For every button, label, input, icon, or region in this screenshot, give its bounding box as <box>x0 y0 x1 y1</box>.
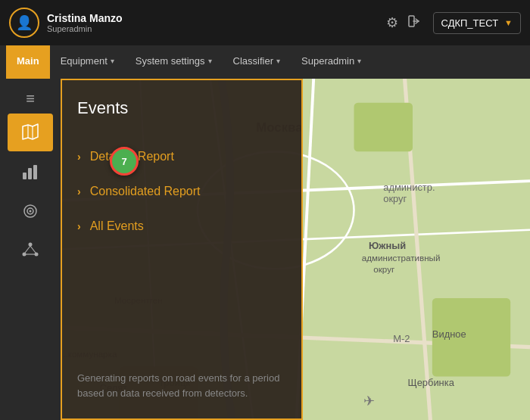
svg-text:округ: округ <box>383 194 407 205</box>
nav-arrow-equipment: ▾ <box>111 57 114 65</box>
sidebar-item-chart[interactable] <box>8 153 53 191</box>
svg-point-10 <box>29 243 33 247</box>
svg-rect-4 <box>23 173 26 179</box>
menu-label-all-events: All Events <box>90 219 144 233</box>
nav-label-superadmin: Superadmin <box>301 55 354 67</box>
svg-point-11 <box>23 253 26 257</box>
chevron-icon-consolidated: › <box>77 185 81 198</box>
nav-label-system-settings: System settings <box>136 55 205 67</box>
environment-selector[interactable]: СДКП_ТЕСТ ▼ <box>433 12 521 34</box>
svg-point-12 <box>35 253 39 257</box>
selector-arrow: ▼ <box>504 18 513 27</box>
avatar-icon: 👤 <box>16 14 33 31</box>
nav-item-superadmin[interactable]: Superadmin ▾ <box>291 45 372 79</box>
svg-line-14 <box>30 246 36 253</box>
map-cluster-marker[interactable]: 7 <box>110 147 139 176</box>
menu-item-consolidated-report[interactable]: › Consolidated Report <box>77 174 286 209</box>
sidebar-item-map[interactable] <box>8 114 53 151</box>
nav-item-classifier[interactable]: Classifier ▾ <box>223 45 291 79</box>
svg-text:административный: административный <box>362 253 441 263</box>
user-info: Cristina Manzo Superadmin <box>47 12 123 33</box>
events-panel-title: Events <box>77 98 286 118</box>
sidebar-hamburger[interactable]: ≡ <box>8 85 53 112</box>
selector-label: СДКП_ТЕСТ <box>441 17 499 29</box>
header-icons: ⚙ <box>386 14 421 31</box>
sidebar-item-network[interactable] <box>8 232 53 269</box>
settings-icon[interactable]: ⚙ <box>386 14 398 31</box>
nav-item-equipment[interactable]: Equipment ▾ <box>50 45 125 79</box>
menu-item-detailed-report[interactable]: › Detailed Report <box>77 139 286 174</box>
svg-text:Щербинка: Щербинка <box>408 377 455 388</box>
user-name: Cristina Manzo <box>47 12 123 24</box>
svg-rect-5 <box>28 168 32 179</box>
events-panel: Events › Detailed Report › Consolidated … <box>61 79 303 420</box>
chevron-icon-all-events: › <box>77 220 81 232</box>
svg-point-9 <box>30 210 32 213</box>
svg-rect-6 <box>33 165 37 179</box>
nav-item-main[interactable]: Main <box>6 45 50 79</box>
menu-label-consolidated-report: Consolidated Report <box>90 185 201 198</box>
header: 👤 Cristina Manzo Superadmin ⚙ СДКП_ТЕСТ … <box>0 0 530 45</box>
main-area: ≡ <box>0 79 530 420</box>
sidebar: ≡ <box>0 79 61 420</box>
nav-item-system-settings[interactable]: System settings ▾ <box>125 45 223 79</box>
svg-line-13 <box>25 246 30 253</box>
user-section: 👤 Cristina Manzo Superadmin <box>9 8 386 38</box>
nav-arrow-classifier: ▾ <box>276 57 280 65</box>
hamburger-icon: ≡ <box>26 90 35 107</box>
svg-text:Видное: Видное <box>432 328 466 340</box>
svg-text:администр.: администр. <box>383 182 435 193</box>
menu-item-all-events[interactable]: › All Events <box>77 209 286 244</box>
logout-icon[interactable] <box>407 14 421 31</box>
nav-arrow-superadmin: ▾ <box>357 57 361 65</box>
chevron-icon-detailed: › <box>77 151 81 163</box>
user-role: Superadmin <box>47 24 123 33</box>
cluster-count: 7 <box>114 151 134 171</box>
nav-label-classifier: Classifier <box>233 55 273 67</box>
nav-label-main: Main <box>17 55 39 67</box>
svg-text:✈: ✈ <box>363 394 375 409</box>
avatar: 👤 <box>9 8 39 38</box>
svg-rect-26 <box>354 103 413 152</box>
svg-text:Южный: Южный <box>369 241 406 252</box>
svg-text:М-2: М-2 <box>393 333 410 344</box>
nav-arrow-system-settings: ▾ <box>208 57 212 65</box>
sidebar-item-camera[interactable] <box>8 192 53 230</box>
navbar: Main Equipment ▾ System settings ▾ Class… <box>0 45 530 79</box>
svg-text:округ: округ <box>373 265 394 275</box>
nav-label-equipment: Equipment <box>61 55 108 67</box>
events-description: Generating reports on road events for a … <box>77 371 286 400</box>
